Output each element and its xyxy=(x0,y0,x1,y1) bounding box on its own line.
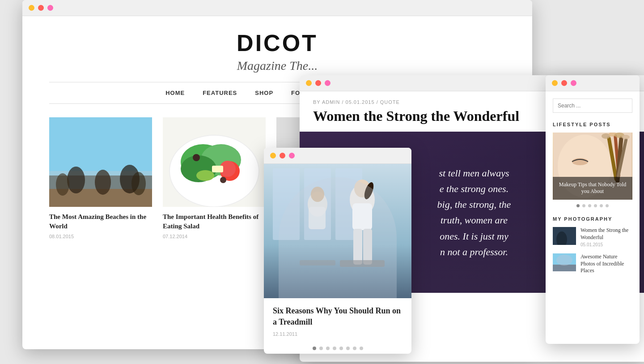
svg-rect-53 xyxy=(553,227,576,245)
blog-title: DICOT xyxy=(49,16,505,59)
sdot-2[interactable] xyxy=(582,204,585,207)
photo-item-2[interactable]: Awesome Nature Photos of Incredible Plac… xyxy=(553,253,632,276)
svg-point-50 xyxy=(622,135,630,139)
tpdot-5[interactable] xyxy=(339,347,343,350)
svg-rect-34 xyxy=(340,260,385,267)
sdot-1[interactable] xyxy=(576,204,580,207)
svg-point-16 xyxy=(196,170,214,181)
svg-rect-25 xyxy=(273,168,300,240)
post-image-beach xyxy=(49,117,152,207)
svg-rect-26 xyxy=(304,168,331,240)
svg-rect-17 xyxy=(212,166,223,172)
dot-red-main[interactable] xyxy=(38,5,44,11)
tpdot-1[interactable] xyxy=(313,347,316,350)
treadmill-post-date: 12.11.2011 xyxy=(264,331,411,342)
nav-features[interactable]: FEATURES xyxy=(203,90,237,96)
svg-rect-32 xyxy=(353,229,362,265)
lifestyle-section-title: LIFESTYLE POSTS xyxy=(553,122,632,127)
treadmill-pagination xyxy=(264,342,411,354)
svg-rect-27 xyxy=(335,168,362,240)
tpdot-8[interactable] xyxy=(360,347,363,350)
tpdot-7[interactable] xyxy=(353,347,356,350)
svg-point-19 xyxy=(220,177,226,183)
photography-section-title: MY PHOTOGRAPHY xyxy=(553,216,632,222)
lifestyle-card-title: Makeup Tips that Nobody Told you About xyxy=(557,181,628,195)
post-image-salad xyxy=(163,117,266,207)
svg-point-5 xyxy=(95,170,111,195)
svg-rect-38 xyxy=(300,260,335,266)
dot-yellow-main[interactable] xyxy=(29,5,34,11)
svg-rect-37 xyxy=(309,207,326,229)
dot-red-article[interactable] xyxy=(315,80,321,86)
lifestyle-card[interactable]: Makeup Tips that Nobody Told you About xyxy=(553,133,632,200)
dot-pink-main[interactable] xyxy=(47,5,53,11)
search-input[interactable] xyxy=(553,98,632,113)
tpdot-2[interactable] xyxy=(319,347,323,350)
post-card-beach[interactable]: The Most Amazing Beaches in the World 08… xyxy=(49,117,152,239)
svg-point-4 xyxy=(67,167,85,193)
dot-yellow-sidebar[interactable] xyxy=(552,80,558,86)
tpdot-3[interactable] xyxy=(326,347,330,350)
sdot-6[interactable] xyxy=(606,204,609,207)
tpdot-6[interactable] xyxy=(346,347,350,350)
svg-rect-33 xyxy=(363,229,372,265)
tpdot-4[interactable] xyxy=(333,347,336,350)
dot-yellow-article[interactable] xyxy=(306,80,312,86)
dot-red-sidebar[interactable] xyxy=(561,80,567,86)
quote-text: st tell men alwayse the strong ones.big,… xyxy=(437,165,511,260)
photo-title-1: Women the Strong the Wonderful xyxy=(580,227,632,241)
photo-date-1: 05.01.2015 xyxy=(580,242,632,247)
dot-pink-article[interactable] xyxy=(325,80,330,86)
sdot-5[interactable] xyxy=(600,204,603,207)
titlebar-sidebar xyxy=(546,75,640,91)
svg-point-56 xyxy=(556,255,572,266)
dot-pink-sidebar[interactable] xyxy=(571,80,576,86)
post-title-salad: The Important Health Benefits of Eating … xyxy=(163,212,266,231)
window-treadmill: Six Reasons Why You Should Run on a Trea… xyxy=(264,148,411,354)
svg-point-35 xyxy=(308,192,327,217)
photo-info-1: Women the Strong the Wonderful 05.01.201… xyxy=(580,227,632,247)
lifestyle-card-overlay: Makeup Tips that Nobody Told you About xyxy=(553,177,632,200)
post-date-beach: 08.01.2015 xyxy=(49,234,152,239)
sidebar-lifestyle-dots xyxy=(553,204,632,207)
svg-point-36 xyxy=(311,187,324,202)
post-title-beach: The Most Amazing Beaches in the World xyxy=(49,212,152,231)
photo-title-2: Awesome Nature Photos of Incredible Plac… xyxy=(580,253,632,274)
svg-point-7 xyxy=(56,173,69,196)
dot-yellow-treadmill[interactable] xyxy=(270,153,276,158)
sdot-4[interactable] xyxy=(594,204,597,207)
post-date-salad: 07.12.2014 xyxy=(163,234,266,239)
svg-rect-0 xyxy=(49,117,152,171)
dot-pink-treadmill[interactable] xyxy=(289,153,295,158)
svg-rect-55 xyxy=(553,265,576,271)
svg-point-8 xyxy=(131,172,146,195)
photo-thumb-2 xyxy=(553,253,576,271)
sidebar-content: LIFESTYLE POSTS xyxy=(546,91,640,289)
svg-point-28 xyxy=(350,184,375,215)
photo-thumb-1 xyxy=(553,227,576,245)
photo-item-1[interactable]: Women the Strong the Wonderful 05.01.201… xyxy=(553,227,632,247)
window-sidebar: LIFESTYLE POSTS xyxy=(546,75,640,344)
svg-rect-31 xyxy=(352,203,372,230)
nav-shop[interactable]: SHOP xyxy=(255,90,273,96)
titlebar-treadmill xyxy=(264,148,411,164)
titlebar-main xyxy=(22,0,532,16)
post-card-salad[interactable]: The Important Health Benefits of Eating … xyxy=(163,117,266,239)
photo-info-2: Awesome Nature Photos of Incredible Plac… xyxy=(580,253,632,276)
svg-point-29 xyxy=(354,180,370,197)
treadmill-post-title: Six Reasons Why You Should Run on a Trea… xyxy=(264,298,411,331)
sdot-3[interactable] xyxy=(588,204,591,207)
nav-home[interactable]: HOME xyxy=(165,90,185,96)
dot-red-treadmill[interactable] xyxy=(280,153,285,158)
svg-point-18 xyxy=(193,154,200,161)
treadmill-image xyxy=(264,164,411,298)
